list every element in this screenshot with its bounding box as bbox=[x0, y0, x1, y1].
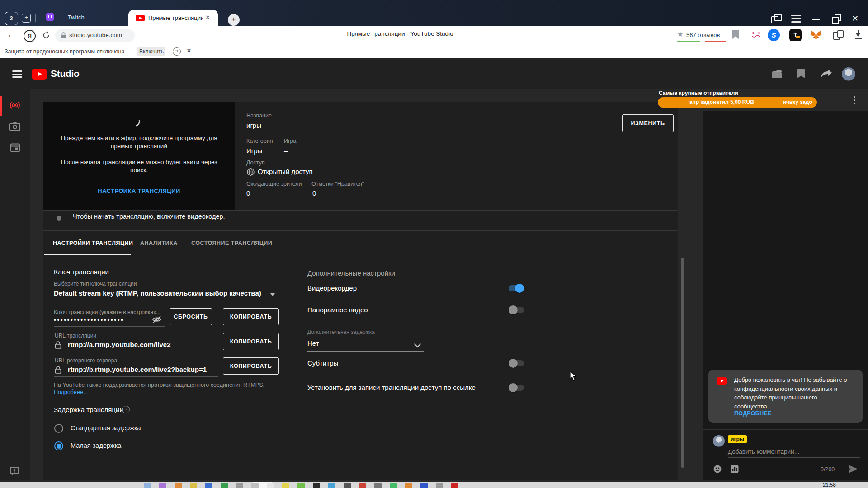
key-type-label: Выберите тип ключа трансляции bbox=[54, 281, 137, 287]
tab-twitch[interactable]: Twitch bbox=[39, 10, 127, 26]
chat-menu-icon[interactable] bbox=[854, 96, 855, 105]
active-tab-underline bbox=[44, 254, 131, 255]
taskbar-app-icon[interactable] bbox=[190, 483, 197, 488]
taskbar-app-icon[interactable] bbox=[344, 483, 351, 488]
taskbar-app-icon[interactable] bbox=[175, 483, 182, 488]
taskbar-app-icon[interactable] bbox=[297, 483, 305, 488]
radio-low-latency[interactable] bbox=[54, 441, 63, 450]
window-restore-button[interactable] bbox=[832, 14, 841, 23]
captions-toggle[interactable] bbox=[509, 360, 524, 366]
sidebar-item-calendar[interactable] bbox=[10, 143, 20, 152]
taskbar-app-icon[interactable] bbox=[251, 483, 259, 488]
taskbar-app-icon[interactable] bbox=[436, 483, 443, 488]
dvr-toggle[interactable] bbox=[509, 285, 524, 291]
window-minimize-button[interactable] bbox=[812, 19, 820, 20]
taskbar-app-icon[interactable] bbox=[313, 483, 320, 488]
create-video-icon[interactable] bbox=[771, 69, 783, 79]
notification-help-icon[interactable]: ? bbox=[173, 47, 181, 56]
window-close-button[interactable]: ✕ bbox=[852, 14, 859, 23]
avatar[interactable] bbox=[842, 67, 855, 81]
taskbar-app-icon[interactable] bbox=[267, 483, 274, 488]
copy-backup-label: КОПИРОВАТЬ bbox=[230, 363, 272, 369]
reset-key-button[interactable]: СБРОСИТЬ bbox=[170, 308, 212, 325]
donation-ticker[interactable]: апр задонатил 5,00 RUB ячвку задо bbox=[658, 97, 817, 108]
poll-icon[interactable] bbox=[731, 465, 739, 473]
comment-input[interactable]: Добавить комментарий... bbox=[728, 448, 799, 455]
privacy-label: Доступ bbox=[246, 160, 265, 166]
taskbar-app-icon[interactable] bbox=[359, 483, 366, 488]
copy-url-button[interactable]: КОПИРОВАТЬ bbox=[223, 333, 279, 350]
bookmark-flag-icon[interactable] bbox=[732, 30, 739, 39]
back-icon[interactable]: ← bbox=[7, 30, 16, 40]
taskbar-app-icon[interactable] bbox=[205, 483, 212, 488]
waiting-value: 0 bbox=[246, 189, 250, 197]
taskbar-app-icon[interactable] bbox=[221, 483, 228, 488]
taskbar-app-icon[interactable] bbox=[328, 483, 335, 488]
browser-menu-icon[interactable] bbox=[791, 15, 801, 23]
game-label: Игра bbox=[284, 138, 296, 144]
vr-toggle[interactable] bbox=[509, 307, 524, 313]
taskbar-app-icon[interactable] bbox=[405, 483, 412, 488]
taskbar-app-icon[interactable] bbox=[420, 483, 428, 488]
youtube-favicon bbox=[136, 15, 145, 21]
taskbar-app-icon[interactable] bbox=[374, 483, 382, 488]
taskbar-app-icon[interactable] bbox=[236, 483, 243, 488]
sidebar-item-camera[interactable] bbox=[9, 122, 20, 131]
latency-help-icon[interactable]: ? bbox=[122, 406, 130, 413]
tab-close-icon[interactable]: ✕ bbox=[205, 14, 210, 21]
sidebar-item-live[interactable] bbox=[8, 99, 22, 111]
download-icon[interactable] bbox=[854, 30, 863, 40]
privacy-value: Открытый доступ bbox=[258, 168, 313, 175]
new-tab-group-icon[interactable]: + bbox=[22, 14, 31, 23]
ticker-message: апр задонатил 5,00 RUB bbox=[689, 99, 754, 105]
header-bookmark-icon[interactable] bbox=[797, 69, 805, 78]
reload-icon[interactable] bbox=[42, 31, 51, 40]
unlisted-toggle[interactable] bbox=[509, 385, 524, 391]
tab-stream-health[interactable]: СОСТОЯНИЕ ТРАНСЛЯЦИИ bbox=[191, 240, 272, 246]
taskbar-app-icon[interactable] bbox=[159, 483, 166, 488]
extra-delay-select[interactable]: Нет bbox=[307, 339, 424, 351]
captions-label: Субтитры bbox=[307, 359, 338, 367]
enable-protection-button[interactable]: Включить bbox=[137, 47, 165, 56]
taskbar-clock: 21:58 bbox=[823, 482, 836, 488]
studio-menu-icon[interactable] bbox=[12, 70, 22, 78]
feedback-icon[interactable] bbox=[10, 466, 19, 476]
taskbar-app-icon[interactable] bbox=[282, 483, 289, 488]
studio-logo[interactable]: Studio bbox=[32, 68, 90, 80]
extension-pink-icon[interactable] bbox=[751, 31, 761, 39]
shazam-icon[interactable]: S bbox=[768, 29, 780, 41]
copy-backup-button[interactable]: КОПИРОВАТЬ bbox=[223, 357, 279, 375]
welcome-more-link[interactable]: ПОДРОБНЕЕ bbox=[734, 410, 772, 417]
taskbar-app-icon[interactable] bbox=[390, 483, 397, 488]
new-tab-button[interactable]: + bbox=[228, 14, 240, 26]
collections-icon[interactable] bbox=[833, 30, 844, 41]
tab-active[interactable]: Прямые трансляции - ✕ bbox=[128, 10, 218, 26]
taskbar-icons[interactable] bbox=[144, 483, 458, 488]
send-icon[interactable] bbox=[848, 464, 859, 474]
tab-count-button[interactable]: 2 bbox=[5, 12, 18, 25]
show-key-icon[interactable] bbox=[152, 315, 162, 324]
taskbar-app-icon[interactable] bbox=[144, 483, 151, 488]
extension-t-icon[interactable]: T bbox=[789, 29, 802, 41]
metamask-icon[interactable] bbox=[810, 29, 822, 41]
tab-stream-settings[interactable]: НАСТРОЙКИ ТРАНСЛЯЦИИ bbox=[53, 240, 133, 246]
stream-setup-link[interactable]: НАСТРОЙКА ТРАНСЛЯЦИИ bbox=[52, 188, 226, 194]
rtmps-note: На YouTube также поддерживается протокол… bbox=[54, 382, 264, 388]
taskbar-app-icon[interactable] bbox=[451, 483, 458, 488]
main-scrollbar[interactable] bbox=[681, 258, 684, 468]
edit-button[interactable]: ИЗМЕНИТЬ bbox=[622, 114, 674, 132]
key-underline bbox=[54, 326, 165, 327]
notification-close-icon[interactable]: ✕ bbox=[186, 47, 192, 54]
rtmps-more-link[interactable]: Подробнее... bbox=[54, 389, 88, 395]
key-type-select[interactable]: Default stream key (RTMP, пользовательск… bbox=[54, 289, 277, 301]
yandex-button[interactable]: Я bbox=[24, 30, 36, 42]
twitch-icon bbox=[46, 13, 54, 21]
sidebar-panel-icon[interactable] bbox=[771, 14, 781, 24]
emoji-icon[interactable] bbox=[713, 465, 722, 474]
radio-standard-latency[interactable] bbox=[54, 424, 63, 433]
copy-key-button[interactable]: КОПИРОВАТЬ bbox=[223, 308, 279, 325]
share-icon[interactable] bbox=[820, 68, 833, 79]
tab-analytics[interactable]: АНАЛИТИКА bbox=[140, 240, 178, 246]
reviews-widget[interactable]: ★ 567 отзывов bbox=[676, 29, 730, 42]
url-pill[interactable]: studio.youtube.com bbox=[55, 29, 135, 42]
